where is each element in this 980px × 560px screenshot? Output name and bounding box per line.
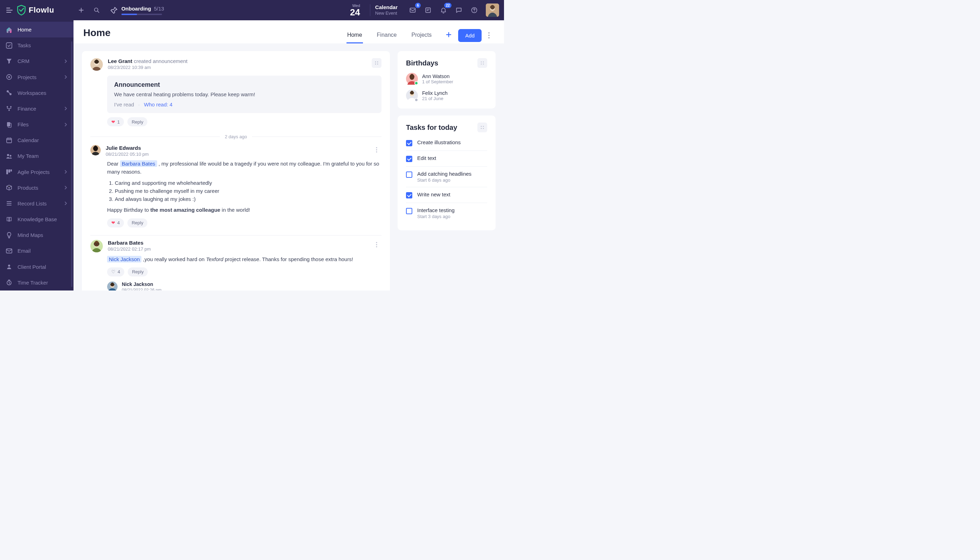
- notifications-badge: 22: [444, 3, 452, 8]
- task-title: Interface testing: [417, 207, 455, 213]
- ive-read-label[interactable]: I've read: [114, 102, 134, 107]
- sidebar-item-email[interactable]: Email: [0, 243, 73, 258]
- reply-thread: Nick Jackson 08/21/2022 02:26 pm: [107, 282, 382, 290]
- sidebar-item-label: Workspaces: [18, 90, 46, 96]
- tab-projects[interactable]: Projects: [411, 27, 433, 43]
- task-checkbox[interactable]: [406, 192, 412, 198]
- sidebar-item-products[interactable]: Products: [0, 180, 73, 196]
- birthday-name: Ann Watson: [422, 73, 453, 79]
- svg-point-13: [10, 106, 12, 107]
- notes-button[interactable]: [422, 4, 434, 16]
- task-checkbox[interactable]: [406, 172, 412, 178]
- sidebar-item-label: Agile Projects: [18, 169, 50, 175]
- avatar[interactable]: [90, 58, 103, 71]
- home-icon: [6, 26, 13, 33]
- task-item[interactable]: Add catching headlinesStart 6 days ago: [406, 166, 487, 187]
- feed-separator: 2 days ago: [82, 132, 390, 142]
- svg-point-34: [377, 64, 378, 65]
- sidebar-item-crm[interactable]: CRM: [0, 53, 73, 69]
- mention-link[interactable]: Nick Jackson: [107, 256, 142, 262]
- search-button[interactable]: [91, 4, 103, 16]
- post-menu-button[interactable]: [372, 58, 382, 68]
- svg-point-14: [8, 110, 10, 111]
- reply-button[interactable]: Reply: [127, 117, 147, 127]
- task-item[interactable]: Write new text: [406, 187, 487, 203]
- tab-finance[interactable]: Finance: [376, 27, 398, 43]
- nodes-icon: [6, 105, 13, 112]
- svg-rect-20: [6, 169, 8, 174]
- svg-point-27: [488, 35, 489, 36]
- sidebar-item-files[interactable]: Files: [0, 117, 73, 132]
- task-item[interactable]: Create illustrations: [406, 135, 487, 150]
- profile-avatar[interactable]: [486, 3, 499, 17]
- onboarding-widget[interactable]: Onboarding 5/13: [110, 6, 164, 15]
- task-checkbox[interactable]: [406, 140, 412, 146]
- kebab-icon: [376, 147, 377, 153]
- post-author[interactable]: Julie Edwards: [106, 145, 141, 151]
- post-author[interactable]: Barbara Bates: [108, 240, 143, 246]
- date-widget[interactable]: Wed 24: [350, 4, 360, 17]
- drag-handle[interactable]: [477, 122, 487, 132]
- tasks-title: Tasks for today: [406, 123, 457, 132]
- box-icon: [6, 184, 13, 191]
- sidebar-item-home[interactable]: Home: [0, 22, 73, 37]
- like-pill[interactable]: ♡4: [107, 267, 124, 277]
- avatar[interactable]: [107, 282, 118, 290]
- sidebar-item-projects[interactable]: Projects: [0, 69, 73, 85]
- like-pill[interactable]: ❤1: [107, 117, 124, 127]
- sidebar-item-label: Email: [18, 248, 31, 254]
- task-item[interactable]: Edit text: [406, 150, 487, 166]
- birthday-item[interactable]: Felix Lynch21 of June: [406, 90, 487, 102]
- menu-toggle-icon[interactable]: [6, 8, 13, 13]
- post-body: Nick Jackson ,you really worked hard on …: [107, 255, 382, 263]
- sidebar-item-calendar[interactable]: Calendar: [0, 132, 73, 148]
- svg-point-49: [481, 62, 482, 63]
- avatar[interactable]: [90, 145, 101, 155]
- reply-button[interactable]: Reply: [128, 267, 148, 277]
- tab-home[interactable]: Home: [347, 27, 363, 43]
- notifications-button[interactable]: 22: [438, 4, 449, 16]
- add-button[interactable]: Add: [458, 29, 482, 42]
- svg-point-50: [483, 62, 484, 63]
- sidebar-item-label: Files: [18, 122, 29, 127]
- sidebar-item-agile-projects[interactable]: Agile Projects: [0, 164, 73, 180]
- sidebar-item-label: Record Lists: [18, 200, 47, 207]
- brand-logo[interactable]: Flowlu: [17, 5, 54, 15]
- sidebar-item-mind-maps[interactable]: Mind Maps: [0, 227, 73, 243]
- calendar-widget[interactable]: Calendar New Event: [375, 4, 398, 16]
- onboarding-progress-fill: [122, 13, 137, 15]
- sidebar-item-my-team[interactable]: My Team: [0, 148, 73, 164]
- inbox-button[interactable]: 6: [407, 4, 418, 16]
- svg-point-32: [377, 62, 378, 63]
- sidebar-item-label: Knowledge Base: [18, 216, 57, 222]
- mention-link[interactable]: Barbara Bates: [120, 160, 157, 167]
- page-menu-button[interactable]: [484, 32, 494, 38]
- sidebar-item-finance[interactable]: Finance: [0, 101, 73, 117]
- post-menu-button[interactable]: [372, 240, 382, 250]
- new-button[interactable]: [75, 4, 87, 16]
- task-checkbox[interactable]: [406, 208, 412, 214]
- like-pill[interactable]: ❤4: [107, 218, 124, 228]
- add-tab-button[interactable]: [445, 32, 452, 39]
- drag-handle[interactable]: [477, 58, 487, 68]
- post-author[interactable]: Lee Grant: [108, 58, 132, 64]
- chat-button[interactable]: [453, 4, 465, 16]
- reply-author[interactable]: Nick Jackson: [122, 282, 153, 287]
- separator-label: 2 days ago: [225, 134, 247, 139]
- bulb-icon: [6, 232, 13, 239]
- sidebar-item-workspaces[interactable]: Workspaces: [0, 85, 73, 101]
- help-button[interactable]: [468, 4, 480, 16]
- sidebar-item-record-lists[interactable]: Record Lists: [0, 196, 73, 212]
- avatar[interactable]: [90, 240, 103, 252]
- birthday-item[interactable]: Ann Watson1 of September: [406, 73, 487, 85]
- task-checkbox[interactable]: [406, 156, 412, 162]
- check-icon: [6, 42, 13, 49]
- sidebar-item-client-portal[interactable]: Client Portal: [0, 259, 73, 275]
- sidebar-item-knowledge-base[interactable]: Knowledge Base: [0, 212, 73, 227]
- sidebar-item-time-tracker[interactable]: Time Tracker: [0, 275, 73, 290]
- task-item[interactable]: Interface testingStart 3 days ago: [406, 203, 487, 223]
- who-read-link[interactable]: Who read: 4: [144, 102, 173, 107]
- post-menu-button[interactable]: [372, 145, 382, 155]
- sidebar-item-tasks[interactable]: Tasks: [0, 37, 73, 53]
- reply-button[interactable]: Reply: [127, 218, 147, 228]
